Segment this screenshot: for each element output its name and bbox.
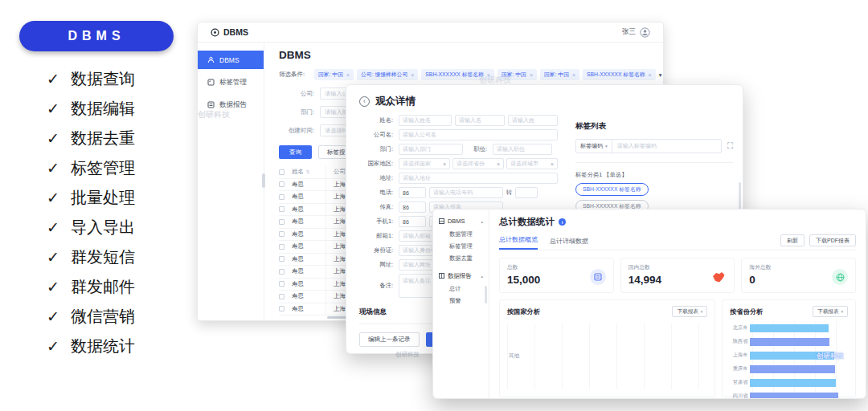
expand-toggle[interactable]: ▾ 展开 [659, 71, 663, 79]
bar[interactable] [750, 365, 835, 373]
sort-icon[interactable]: ⇅ [306, 169, 310, 174]
scan-icon[interactable]: ⛶ [727, 141, 733, 151]
feature-list: ✓ 数据查询 ✓ 数据编辑 ✓ 数据去重 ✓ 标签管理 [47, 64, 135, 361]
user-menu[interactable]: 张三 [622, 27, 650, 38]
country-select[interactable]: 请选择国家× [399, 158, 450, 169]
query-button[interactable]: 查询 [279, 145, 312, 159]
tag-search-bar: 标签编码▾ 请输入标签编码 ⛶ [575, 139, 733, 153]
caret-down-icon: ▾ [659, 71, 662, 79]
filter-tag[interactable]: 公司: 慢慢棒棒公司 × [357, 69, 418, 80]
row-checkbox[interactable] [279, 181, 285, 187]
row-checkbox[interactable] [279, 269, 285, 275]
caret-up-icon: ▴ [481, 219, 483, 224]
stat-cards: 总数 15,000 国内总数 14,994 海外总数 0 [499, 258, 856, 293]
bar-row: 甘肃省 [730, 376, 848, 389]
position-input[interactable]: 请输入职位 [493, 144, 552, 155]
sidebar-scrollbar[interactable] [485, 286, 487, 303]
remove-tag-icon[interactable]: × [572, 72, 575, 78]
stats-sidebar: DBMS ▴ 数据管理标签管理数据去重 数据报告 ▴ 总计预警 [433, 210, 489, 398]
province-select[interactable]: 请选择省份× [452, 158, 504, 169]
row-checkbox[interactable] [279, 281, 285, 287]
caret-down-icon: ▾ [605, 144, 608, 149]
filter-tag[interactable]: SBH-XXXXXX 标签名称 × [421, 69, 494, 80]
sidebar-sublist: 总计预警 [433, 283, 489, 307]
sidebar-subitem[interactable]: 数据去重 [433, 252, 489, 264]
address-input[interactable]: 请输入地址 [399, 173, 558, 184]
filter-tag[interactable]: 国家: 中国 × [540, 69, 579, 80]
tel-code-input[interactable]: 86 [399, 187, 426, 198]
edit-prev-button[interactable]: 编辑上一条记录 [359, 332, 420, 347]
select-all-checkbox[interactable] [279, 169, 285, 175]
ext-input[interactable] [515, 187, 538, 198]
tag-icon [207, 79, 215, 86]
feature-item: ✓ 数据去重 [47, 124, 135, 153]
tab-overview[interactable]: 总计数据概览 [499, 235, 538, 250]
tag-group-1-label: 标签分类1 【单选】 [575, 171, 733, 179]
row-checkbox[interactable] [279, 256, 285, 262]
tel-input[interactable]: 请输入电话号码 [429, 187, 503, 198]
check-icon: ✓ [47, 307, 59, 326]
remove-tag-icon[interactable]: × [411, 72, 414, 78]
sidebar-item-reports[interactable]: 数据报告 [198, 96, 264, 114]
row-checkbox[interactable] [279, 294, 285, 299]
company-input[interactable]: 请输入公司名 [399, 129, 558, 140]
stat-card-total: 总数 15,000 [499, 258, 614, 293]
city-select[interactable]: 请选择城市× [506, 158, 558, 169]
remove-tag-icon[interactable]: × [487, 72, 490, 78]
check-icon: ✓ [47, 278, 59, 296]
remove-tag-icon[interactable]: × [649, 72, 652, 78]
bar[interactable] [750, 379, 836, 387]
download-report-button[interactable]: 下载报表▾ [672, 306, 707, 317]
row-checkbox[interactable] [279, 219, 285, 225]
filter-tag[interactable]: 国家: 中国 × [497, 69, 537, 80]
tag-pill-selected[interactable]: SBH-XXXXXX 标签名称 [575, 183, 649, 196]
tag-code-select[interactable]: 标签编码▾ [576, 140, 612, 153]
sidebar-group-dbms[interactable]: DBMS ▴ [433, 214, 489, 228]
sidebar-subitem[interactable]: 预警 [433, 295, 489, 307]
bar[interactable] [750, 324, 828, 332]
check-icon: ✓ [47, 189, 59, 207]
remove-tag-icon[interactable]: × [346, 72, 350, 78]
row-checkbox[interactable] [279, 206, 285, 212]
bar[interactable] [750, 393, 838, 399]
app-logo[interactable]: DBMS [211, 27, 248, 37]
refresh-button[interactable]: 刷新 [780, 234, 805, 246]
sidebar-subitem[interactable]: 标签管理 [433, 240, 489, 252]
back-icon[interactable]: ‹ [359, 96, 370, 107]
download-report-button[interactable]: 下载报表▾ [813, 306, 848, 317]
row-checkbox[interactable] [279, 306, 285, 311]
fullname-input[interactable]: 请输入姓名 [399, 115, 452, 126]
cell-name: 寿思 [292, 267, 326, 275]
row-checkbox[interactable] [279, 194, 285, 200]
row-checkbox[interactable] [279, 231, 285, 237]
sidebar-subitem[interactable]: 数据管理 [433, 228, 489, 240]
remove-tag-icon[interactable]: × [530, 72, 533, 78]
filter-tag[interactable]: 国家: 中国 × [314, 69, 354, 80]
stats-main: 总计数据统计 i 总计数据概览 总计详细数据 刷新 下载PDF报表 总数 15,… [489, 210, 866, 398]
row-checkbox[interactable] [279, 244, 285, 250]
sidebar-group-reports[interactable]: 数据报告 ▴ [433, 269, 489, 283]
sidebar-item-dbms[interactable]: DBMS [198, 51, 264, 69]
bar[interactable] [750, 338, 829, 346]
lastname-input[interactable]: 请输入姓 [508, 115, 558, 126]
grid-icon [439, 273, 444, 279]
cell-name: 寿思 [292, 280, 326, 288]
download-pdf-button[interactable]: 下载PDF报表 [809, 234, 856, 246]
info-icon[interactable]: i [559, 218, 566, 226]
mobile-code-input[interactable]: 86 [399, 216, 426, 227]
sidebar-item-tags[interactable]: 标签管理 [198, 73, 264, 92]
sidebar-scrollbar[interactable] [262, 173, 265, 188]
cell-name: 寿思 [292, 292, 326, 300]
fax-code-input[interactable]: 86 [399, 201, 426, 213]
firstname-input[interactable]: 请输入名 [455, 115, 505, 126]
cell-name: 寿思 [292, 305, 326, 313]
tag-search-input[interactable]: 请输入标签编码 [612, 142, 661, 150]
filter-tag[interactable]: SBH-XXXXXX 标签名称 × [583, 69, 656, 80]
tab-details[interactable]: 总计详细数据 [550, 237, 588, 250]
check-icon: ✓ [47, 129, 59, 148]
filter-tag-label: SBH-XXXXXX 标签名称 [425, 71, 484, 79]
chart-title: 按国家分析 [507, 307, 540, 316]
tag-list-title: 标签列表 [575, 121, 733, 132]
sidebar-subitem[interactable]: 总计 [433, 283, 489, 295]
dept-input[interactable]: 请输入部门 [399, 144, 463, 155]
